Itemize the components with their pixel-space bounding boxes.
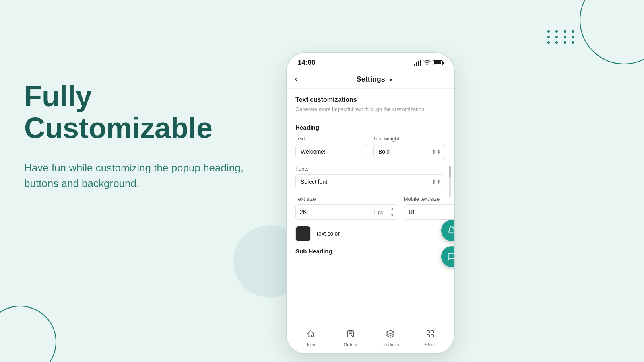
status-time: 14:00 [298, 59, 315, 67]
status-icons [414, 60, 443, 66]
svg-rect-1 [427, 331, 429, 333]
text-field-group: Text [295, 136, 367, 159]
scroll-thumb [449, 166, 451, 178]
text-field-label: Text [295, 136, 367, 142]
section-header: Text customizations Generate more impact… [295, 89, 445, 117]
text-size-group: Text size px ▲ ▼ [295, 196, 398, 220]
nav-dropdown-icon[interactable]: ▾ [390, 77, 392, 83]
text-size-input[interactable] [296, 205, 374, 219]
store-icon [426, 329, 435, 341]
decorative-circle-bottom-left [0, 306, 56, 362]
text-size-label: Text size [295, 196, 398, 202]
heading-group-label: Heading [295, 124, 445, 131]
fonts-select[interactable]: Select font Arial Helvetica Georgia Time… [295, 174, 445, 189]
svg-rect-2 [431, 331, 433, 333]
text-weight-select-wrapper: Bold Thin Normal Extra Bold ⬆⬇ [373, 144, 445, 159]
text-size-input-wrapper: px ▲ ▼ [295, 204, 398, 220]
back-button[interactable]: ‹ [295, 74, 297, 84]
phone-mockup: 14:00 [286, 52, 455, 354]
text-weight-label: Text weight [373, 136, 445, 142]
mobile-text-size-group: Mobile text size [404, 196, 454, 220]
products-icon [386, 329, 395, 341]
text-color-label: Text color [316, 230, 340, 237]
sub-heading-label: Sub Heading [295, 248, 445, 255]
mobile-text-size-input-wrapper [404, 204, 454, 220]
nav-bar: ‹ Settings ▾ [287, 70, 454, 89]
text-input[interactable] [295, 144, 367, 159]
nav-title: Settings ▾ [302, 75, 446, 84]
svg-rect-4 [431, 335, 433, 337]
nav-item-home-label: Home [305, 342, 316, 347]
text-color-row: Text color [295, 226, 445, 241]
battery-icon [433, 60, 443, 65]
nav-item-store-label: Store [425, 342, 435, 347]
text-weight-group: Text weight Bold Thin Normal Extra Bold … [373, 136, 445, 159]
text-and-weight-row: Text Text weight Bold Thin Normal Extra … [295, 136, 445, 159]
scroll-indicator[interactable] [449, 166, 451, 198]
nav-item-store[interactable]: Store [410, 329, 450, 347]
nav-item-home[interactable]: Home [291, 329, 330, 347]
mobile-text-size-input[interactable] [404, 205, 454, 219]
decorative-circle-top-right [580, 0, 644, 64]
text-size-up-button[interactable]: ▲ [387, 206, 398, 212]
nav-item-orders[interactable]: Orders [330, 329, 370, 347]
status-bar: 14:00 [287, 53, 454, 70]
fonts-label: Fonts [295, 166, 445, 172]
home-icon [306, 329, 315, 341]
text-color-swatch[interactable] [295, 226, 311, 241]
svg-rect-3 [427, 335, 429, 337]
phone-frame: 14:00 [286, 52, 455, 354]
phone-content: Text customizations Generate more impact… [287, 89, 454, 325]
nav-item-orders-label: Orders [344, 342, 357, 347]
text-size-arrows: ▲ ▼ [387, 206, 398, 219]
orders-icon [346, 329, 355, 341]
wifi-icon [423, 60, 431, 66]
fonts-group: Fonts Select font Arial Helvetica Georgi… [295, 166, 445, 189]
bottom-nav: Home Orders [287, 323, 454, 353]
mobile-text-size-label: Mobile text size [404, 196, 454, 202]
main-heading: Fully Customizable [24, 80, 250, 144]
nav-item-products-label: Products [382, 342, 399, 347]
sub-description: Have fun while customizing the popup hea… [24, 160, 250, 191]
text-size-row: Text size px ▲ ▼ Mobile text size [295, 196, 445, 220]
notification-icon [447, 226, 455, 235]
text-size-unit: px [374, 209, 387, 215]
section-title: Text customizations [295, 96, 445, 103]
nav-item-products[interactable]: Products [370, 329, 410, 347]
chat-icon [447, 252, 455, 261]
text-weight-select[interactable]: Bold Thin Normal Extra Bold [373, 144, 445, 159]
text-size-down-button[interactable]: ▼ [387, 212, 398, 219]
section-description: Generate more impactful text through the… [295, 106, 445, 113]
signal-icon [414, 60, 421, 66]
fonts-select-wrapper: Select font Arial Helvetica Georgia Time… [295, 174, 445, 189]
decorative-dots [547, 30, 576, 44]
left-panel: Fully Customizable Have fun while custom… [24, 80, 250, 191]
